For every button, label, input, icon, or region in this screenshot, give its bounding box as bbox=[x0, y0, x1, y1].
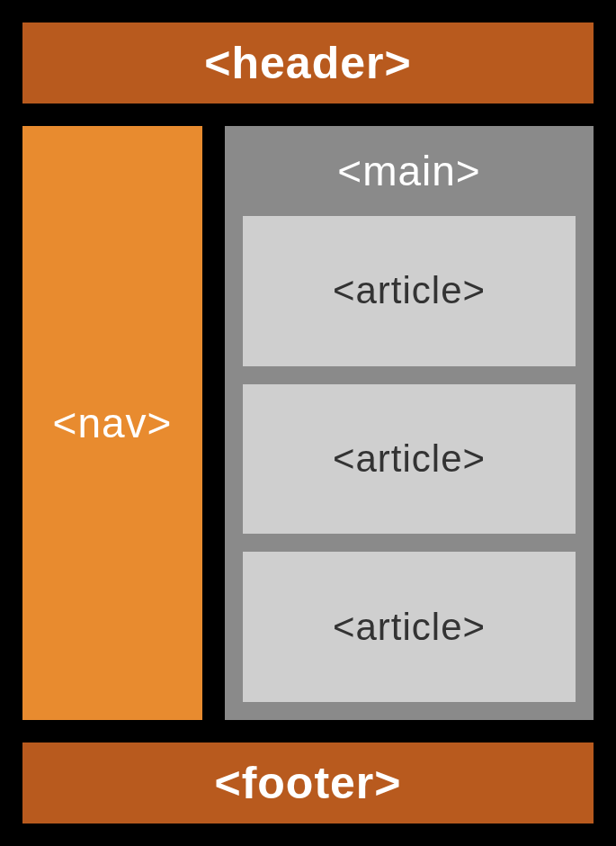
middle-row: <nav> <main> <article> <article> <articl… bbox=[22, 126, 594, 720]
nav-region: <nav> bbox=[22, 126, 202, 720]
article-region: <article> bbox=[243, 216, 576, 366]
main-label: <main> bbox=[337, 147, 480, 195]
header-region: <header> bbox=[22, 22, 594, 104]
header-label: <header> bbox=[204, 37, 411, 89]
article-label: <article> bbox=[333, 269, 486, 312]
article-label: <article> bbox=[333, 437, 486, 481]
main-title-wrap: <main> bbox=[243, 144, 576, 198]
article-label: <article> bbox=[333, 606, 486, 649]
article-region: <article> bbox=[243, 384, 576, 535]
footer-label: <footer> bbox=[214, 757, 401, 809]
footer-region: <footer> bbox=[22, 742, 594, 824]
main-region: <main> <article> <article> <article> bbox=[225, 126, 594, 720]
article-region: <article> bbox=[243, 552, 576, 702]
nav-label: <nav> bbox=[53, 399, 173, 447]
